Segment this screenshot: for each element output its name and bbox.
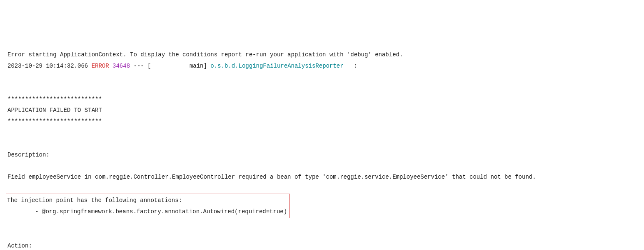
action-label: Action: — [7, 240, 637, 250]
description-label: Description: — [7, 149, 637, 161]
log-colon: : — [344, 63, 358, 69]
description-text: Field employeeService in com.reggie.Cont… — [7, 172, 637, 183]
process-id: 34648 — [112, 63, 130, 69]
timestamp-text: 2023-10-29 10:14:32.066 — [7, 63, 88, 69]
injection-line-2: - @org.springframework.beans.factory.ann… — [7, 206, 287, 217]
injection-line-1: The injection point has the following an… — [7, 195, 287, 206]
divider-bottom: *************************** — [7, 116, 637, 127]
log-line-timestamp: 2023-10-29 10:14:32.066 ERROR 34648 --- … — [7, 61, 637, 72]
divider-top: *************************** — [7, 94, 637, 105]
logger-class-name: o.s.b.d.LoggingFailureAnalysisReporter — [210, 63, 343, 69]
log-level-error: ERROR — [92, 63, 109, 69]
thread-separator: --- [ main] — [130, 63, 210, 69]
log-line-context-error: Error starting ApplicationContext. To di… — [7, 49, 637, 61]
injection-highlight-box: The injection point has the following an… — [6, 194, 290, 218]
fail-header: APPLICATION FAILED TO START — [7, 105, 637, 116]
